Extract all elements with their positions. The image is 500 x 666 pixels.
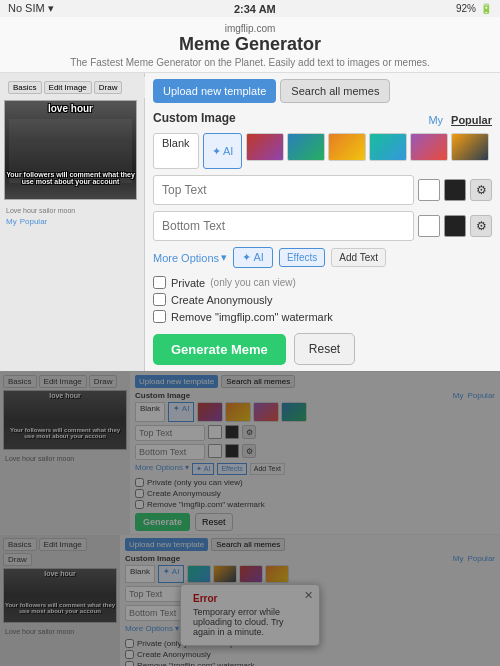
popular-tab-small[interactable]: Popular (20, 217, 48, 227)
anonymous-checkbox[interactable] (153, 293, 166, 306)
error-close-btn[interactable]: ✕ (304, 589, 313, 602)
popular-tab[interactable]: Popular (451, 114, 492, 126)
thumb-2-1 (197, 402, 223, 422)
battery-icon: 🔋 (480, 3, 492, 14)
wm-label-2: Remove "imgflip.com" watermark (147, 500, 265, 509)
sw-w-2b (208, 444, 222, 458)
watermark-checkbox[interactable] (153, 310, 166, 323)
edit-image-btn[interactable]: Edit Image (44, 81, 92, 94)
top-text-color-black[interactable] (444, 179, 466, 201)
thumb-3-1 (187, 565, 211, 583)
ai-btn[interactable]: ✦ AI (203, 133, 243, 169)
thumb-6[interactable] (451, 133, 489, 161)
right-panel-2: Upload new template Search all memes Cus… (130, 372, 500, 534)
right-panel-1: Upload new template Search all memes Cus… (145, 73, 500, 371)
upload-template-btn[interactable]: Upload new template (153, 79, 276, 103)
thumb-2[interactable] (287, 133, 325, 161)
more-options-link[interactable]: More Options ▾ (153, 251, 227, 264)
blank-2: Blank (135, 402, 165, 422)
bottom-text-color-white[interactable] (418, 215, 440, 237)
thumb-2-2 (225, 402, 251, 422)
add-text-2: Add Text (250, 463, 285, 475)
thumb-1[interactable] (246, 133, 284, 161)
custom-row-3: Custom Image My Popular (125, 554, 495, 563)
sw-b-2 (225, 425, 239, 439)
reset-btn-2: Reset (195, 513, 233, 531)
top-text-row-2: ⚙ (135, 425, 495, 441)
anon-check-3: Create Anonymously (125, 650, 495, 659)
bottom-text-input[interactable] (153, 211, 414, 241)
top-text-input[interactable] (153, 175, 414, 205)
custom-image-label: Custom Image (153, 111, 236, 125)
more-opts-2: More Options ▾ (135, 463, 189, 475)
generate-meme-btn[interactable]: Generate Meme (153, 334, 286, 365)
top-text-color-white[interactable] (418, 179, 440, 201)
tabs-2: My Popular (453, 391, 495, 400)
upload-btn-3: Upload new template (125, 538, 208, 551)
private-sub-label: (only you can view) (210, 277, 296, 288)
more-opts-3: More Options ▾ (125, 624, 179, 636)
anon-label-3: Create Anonymously (137, 650, 211, 659)
effects-2: Effects (217, 463, 246, 475)
upload-search-row: Upload new template Search all memes (153, 79, 492, 103)
status-bar: No SIM ▾ 2:34 AM 92% 🔋 (0, 0, 500, 17)
thumb-4[interactable] (369, 133, 407, 161)
upload-row-2: Upload new template Search all memes (135, 375, 495, 388)
draw-btn[interactable]: Draw (94, 81, 123, 94)
popular-tab-2: Popular (467, 391, 495, 400)
search-btn-3: Search all memes (211, 538, 285, 551)
wm-label-3: Remove "imgflip.com" watermark (137, 661, 255, 666)
reset-btn[interactable]: Reset (294, 333, 355, 365)
watermark-label: Remove "imgflip.com" watermark (171, 311, 333, 323)
bottom-text-row-2: ⚙ (135, 444, 495, 460)
site-title: Meme Generator (4, 34, 496, 55)
my-tab[interactable]: My (428, 114, 443, 126)
my-tab-3: My (453, 554, 464, 563)
status-time: 2:34 AM (234, 3, 276, 15)
ai-btn-3: ✦ AI (192, 463, 214, 475)
my-tab-small[interactable]: My (6, 217, 17, 227)
thumb-3-4 (265, 565, 289, 583)
options-row-2: More Options ▾ ✦ AI Effects Add Text (135, 463, 495, 475)
no-sim-label: No SIM (8, 2, 45, 14)
error-title: Error (193, 593, 307, 604)
site-header: imgflip.com Meme Generator The Fastest M… (0, 17, 500, 73)
gear-2b: ⚙ (242, 444, 256, 458)
thumb-5[interactable] (410, 133, 448, 161)
bottom-text-settings-btn[interactable]: ⚙ (470, 215, 492, 237)
blank-3: Blank (125, 565, 155, 583)
ai-2: ✦ AI (168, 402, 194, 422)
thumbs-3 (187, 565, 289, 583)
add-text-btn[interactable]: Add Text (331, 248, 386, 267)
draw-btn-2: Draw (89, 375, 118, 388)
thumb-3-2 (213, 565, 237, 583)
basics-btn[interactable]: Basics (8, 81, 42, 94)
top-text-2 (135, 425, 205, 441)
error-dialog: Error ✕ Temporary error while uploading … (180, 584, 320, 646)
anon-label-2: Create Anonymously (147, 489, 221, 498)
thumb-2-4 (281, 402, 307, 422)
blank-box[interactable]: Blank (153, 133, 199, 169)
gen-row-2: Generate Reset (135, 513, 495, 531)
bottom-text-color-black[interactable] (444, 215, 466, 237)
status-left: No SIM ▾ (8, 2, 54, 15)
preview-bottom-3: Your followers will comment what they us… (4, 602, 116, 614)
bottom-text-row: ⚙ (153, 211, 492, 241)
custom-label-3: Custom Image (125, 554, 180, 563)
preview-info-2: Love hour sailor moon (3, 453, 127, 464)
private-checkbox[interactable] (153, 276, 166, 289)
wm-cb-3 (125, 661, 134, 666)
meme-preview-3: love hour Your followers will comment wh… (3, 568, 117, 623)
basics-btn-2: Basics (3, 375, 37, 388)
ai-btn-2[interactable]: ✦ AI (233, 247, 273, 268)
top-text-row: ⚙ (153, 175, 492, 205)
thumb-2-3 (253, 402, 279, 422)
thumb-3[interactable] (328, 133, 366, 161)
my-tab-2: My (453, 391, 464, 400)
thumbs-2 (197, 402, 307, 422)
search-all-memes-btn[interactable]: Search all memes (280, 79, 390, 103)
preview-top-3: love hour (4, 570, 116, 577)
effects-btn[interactable]: Effects (279, 248, 325, 267)
top-text-settings-btn[interactable]: ⚙ (470, 179, 492, 201)
upload-btn-2: Upload new template (135, 375, 218, 388)
